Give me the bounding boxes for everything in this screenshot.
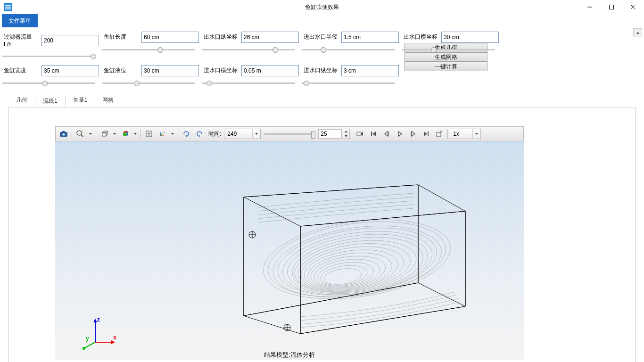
tab-geometry[interactable]: 几何: [8, 94, 35, 107]
axis-triad-icon[interactable]: z: [156, 128, 168, 140]
rotate-cw-icon[interactable]: [180, 128, 192, 140]
close-button[interactable]: [622, 0, 644, 14]
time-value: 249: [224, 131, 252, 137]
svg-point-60: [279, 222, 437, 303]
svg-marker-17: [113, 133, 116, 135]
time-slider[interactable]: [264, 129, 315, 139]
fit-icon[interactable]: [143, 128, 155, 140]
next-frame-icon[interactable]: [407, 128, 419, 140]
speed-combo[interactable]: 1x: [450, 129, 481, 139]
slider-inlet-x[interactable]: [202, 79, 295, 87]
axis-dropdown[interactable]: [169, 128, 176, 140]
svg-rect-45: [428, 132, 429, 136]
slider-level[interactable]: [102, 79, 195, 87]
label-inlet-x: 进水口横坐标: [202, 65, 241, 76]
slider-flow[interactable]: [2, 52, 95, 60]
param-group-flow: 过滤器流量L/h: [2, 31, 99, 60]
generate-mesh-button[interactable]: 生成网格: [405, 52, 487, 62]
param-group-inlet-y: 进水口纵坐标: [302, 65, 399, 87]
input-level[interactable]: [141, 65, 199, 76]
svg-marker-14: [102, 132, 106, 136]
input-inlet-y[interactable]: [341, 65, 399, 76]
svg-line-54: [244, 283, 418, 316]
viewer-caption: 结果模型:流体分析: [264, 351, 315, 359]
axis-triad: x z y: [81, 314, 119, 352]
fps-input[interactable]: [318, 129, 342, 139]
viewer-toolbar: z 时间: 249: [55, 126, 524, 141]
svg-rect-2: [5, 8, 11, 9]
input-outlet-x[interactable]: [441, 32, 499, 43]
slider-outlet-y[interactable]: [202, 46, 295, 53]
slider-width[interactable]: [2, 79, 95, 87]
svg-point-61: [284, 226, 432, 302]
compute-button[interactable]: 一键计算: [405, 62, 487, 71]
svg-point-64: [295, 237, 413, 297]
maximize-button[interactable]: [601, 0, 622, 14]
chevron-down-icon: [472, 129, 480, 139]
color-cube-icon[interactable]: [119, 128, 131, 140]
input-length[interactable]: [141, 32, 199, 43]
svg-marker-39: [385, 132, 388, 136]
play-icon[interactable]: [394, 128, 406, 140]
snapshot-icon[interactable]: [58, 128, 70, 140]
speed-value: 1x: [450, 131, 472, 137]
slider-length[interactable]: [102, 46, 195, 53]
svg-marker-41: [398, 132, 402, 136]
tab-mesh[interactable]: 网格: [95, 94, 121, 107]
last-frame-icon[interactable]: [420, 128, 432, 140]
svg-marker-80: [111, 340, 115, 344]
input-inlet-x[interactable]: [241, 65, 299, 76]
svg-marker-48: [244, 185, 418, 316]
slider-inlet-y[interactable]: [302, 79, 395, 87]
svg-point-84: [83, 347, 85, 350]
tab-vector[interactable]: 矢量1: [66, 94, 95, 107]
zoom-dropdown[interactable]: [87, 128, 94, 140]
label-level: 鱼缸液位: [102, 65, 141, 76]
tab-streamline[interactable]: 流线1: [35, 95, 66, 107]
file-menu-button[interactable]: 文件菜单: [2, 14, 38, 27]
chevron-down-icon: [252, 129, 260, 139]
svg-marker-13: [89, 133, 92, 135]
scroll-up-button[interactable]: [633, 28, 642, 37]
svg-point-9: [62, 133, 65, 136]
slider-outlet-x[interactable]: [402, 46, 495, 53]
zoom-icon[interactable]: [74, 128, 86, 140]
rotate-ccw-icon[interactable]: [193, 128, 206, 140]
viewcube-dropdown[interactable]: [111, 128, 118, 140]
viewer-frame: z 时间: 249: [8, 107, 636, 362]
svg-marker-18: [123, 132, 127, 136]
svg-marker-50: [418, 185, 465, 306]
viewer: z 时间: 249: [55, 126, 524, 360]
minimize-button[interactable]: [579, 0, 601, 14]
fps-spinner[interactable]: [343, 129, 350, 139]
label-width: 鱼缸宽度: [2, 65, 41, 76]
svg-marker-32: [255, 133, 258, 135]
label-outlet-x: 出水口横坐标: [402, 31, 441, 43]
record-icon[interactable]: [354, 128, 366, 140]
colorcube-dropdown[interactable]: [132, 128, 139, 140]
time-combo[interactable]: 249: [224, 129, 261, 139]
svg-point-66: [302, 244, 400, 295]
fps-up-icon[interactable]: [343, 129, 349, 134]
time-label: 时间:: [208, 130, 221, 138]
prev-frame-icon[interactable]: [380, 128, 393, 140]
svg-marker-38: [372, 132, 376, 136]
svg-line-27: [160, 133, 163, 136]
export-icon[interactable]: [433, 128, 446, 140]
param-group-radius: 进出水口半径: [302, 31, 399, 53]
input-flow[interactable]: [41, 35, 99, 46]
slider-radius[interactable]: [302, 46, 395, 53]
svg-point-70: [316, 259, 375, 289]
param-group-outlet-x: 出水口横坐标: [402, 31, 499, 53]
input-radius[interactable]: [341, 32, 399, 43]
first-frame-icon[interactable]: [367, 128, 380, 140]
svg-text:z: z: [164, 131, 165, 133]
3d-viewport[interactable]: x z y 结果模型:流体分析: [55, 141, 524, 360]
input-outlet-y[interactable]: [241, 32, 299, 43]
view-cube-icon[interactable]: [98, 128, 110, 140]
params-panel: 过滤器流量L/h 鱼缸长度 出水口纵坐标: [0, 27, 644, 89]
param-group-width: 鱼缸宽度: [2, 65, 99, 87]
svg-marker-21: [134, 133, 137, 135]
fps-down-icon[interactable]: [343, 134, 349, 139]
input-width[interactable]: [41, 65, 99, 76]
